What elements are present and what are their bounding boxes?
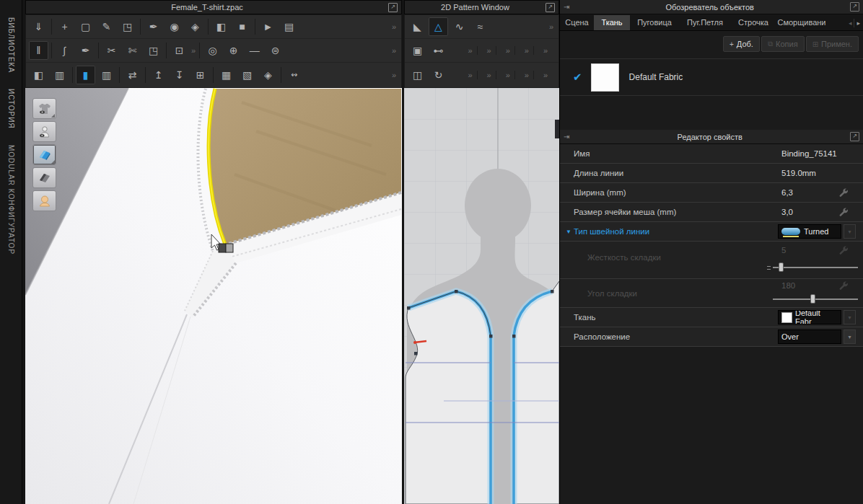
fasten-button-tool-icon[interactable]: ⊜ <box>266 41 285 60</box>
simulate-button[interactable]: ⇓ <box>29 17 48 36</box>
edit-curve-point-tool-icon[interactable]: ≈ <box>470 17 490 36</box>
wrench-icon[interactable] <box>838 187 849 200</box>
edit-curvature-tool-icon[interactable]: ∿ <box>450 17 469 36</box>
fabric-roll-cursor-icon[interactable]: ◧ <box>29 66 48 84</box>
export-tag-up-icon[interactable]: ↥ <box>149 66 168 84</box>
viewport-3d[interactable] <box>25 88 402 504</box>
segment-sewing-tool-icon[interactable]: ⊷ <box>429 41 448 60</box>
fold-arrangement-icon[interactable]: ◧ <box>211 17 231 36</box>
mesh-size-value[interactable]: 3,0 <box>781 208 793 216</box>
topstitch-cursor-icon[interactable]: ▦ <box>216 66 236 84</box>
width-value[interactable]: 6,3 <box>781 188 793 197</box>
pin-tool-icon[interactable]: ✒ <box>144 17 163 36</box>
placement-dropdown[interactable]: Over <box>778 330 841 344</box>
edit-sewing-tool-icon[interactable]: ∫ <box>55 41 74 60</box>
sewing-pen-tool-icon[interactable]: ✒ <box>76 41 95 60</box>
import-tag-down-icon[interactable]: ↧ <box>170 66 189 84</box>
tab-button[interactable]: Пуговица <box>630 15 679 30</box>
popout-icon[interactable]: ↗ <box>850 132 859 141</box>
toolbar-overflow-chevron[interactable]: » <box>487 46 496 55</box>
fold-garment-tool-icon[interactable]: ◳ <box>144 41 163 60</box>
binding-tool-icon[interactable]: ▮ <box>76 66 95 84</box>
dock-pin-icon[interactable]: ⇥ <box>564 3 569 11</box>
popout-icon[interactable]: ↗ <box>388 3 398 12</box>
wrench-icon[interactable] <box>838 207 849 220</box>
transform-pattern-tool-icon[interactable]: ◣ <box>408 17 427 36</box>
flip-pattern-tool-icon[interactable]: ◳ <box>118 17 137 36</box>
pleats-knife-tool-icon[interactable]: ✄ <box>123 41 142 60</box>
pin-garment-tool-icon[interactable]: ◈ <box>185 17 205 36</box>
dock-pin-icon[interactable]: ⇥ <box>564 133 569 141</box>
select-move-tool-icon[interactable]: + <box>55 17 74 36</box>
tab-scroll-left-icon[interactable]: ◂ <box>849 19 852 27</box>
toolbar-overflow-chevron[interactable]: » <box>543 46 552 55</box>
edit-pattern-points-tool-icon[interactable]: △ <box>429 17 448 36</box>
toolbar-overflow-chevron[interactable]: » <box>487 71 496 79</box>
sewing-line-type-label[interactable]: Тип швейной линии <box>574 227 649 236</box>
toolbar-overflow-chevron[interactable]: » <box>506 46 515 55</box>
toolbar-overflow-chevron[interactable]: » <box>543 71 552 79</box>
chevron-down-icon[interactable]: ▼ <box>566 229 571 235</box>
edit-pattern-tool-icon[interactable]: ✎ <box>97 17 116 36</box>
popout-icon[interactable]: ↗ <box>850 2 859 12</box>
select-box-tool-icon[interactable]: ▢ <box>76 17 95 36</box>
sidebar-item-library[interactable]: БИБЛИОТЕКА <box>7 17 15 73</box>
tab-scroll-right-icon[interactable]: ▸ <box>857 19 860 27</box>
mesh-surface-toggle[interactable] <box>32 167 56 188</box>
tape-cursor-tool-icon[interactable]: ► <box>258 17 278 36</box>
reset-pattern-tool-icon[interactable]: ↻ <box>429 66 448 84</box>
fabric-list-item[interactable]: ✔ Default Fabric <box>560 58 863 96</box>
wrap-garment-icon[interactable]: ◈ <box>258 66 278 84</box>
buttonhole-tool-icon[interactable]: — <box>245 41 264 60</box>
thick-textured-surface-toggle[interactable] <box>32 144 56 165</box>
toolbar-overflow-chevron[interactable]: » <box>549 22 553 31</box>
fabric-roll-icon[interactable]: ▥ <box>50 66 69 84</box>
toolbar-overflow-chevron[interactable]: » <box>392 71 396 79</box>
toolbar-overflow-chevron[interactable]: » <box>468 46 477 55</box>
fabric-dropdown[interactable]: Default Fabr <box>778 310 841 324</box>
sidebar-item-history[interactable]: ИСТОРИЯ <box>7 89 15 129</box>
sewing-machine-tool-icon[interactable]: ▣ <box>408 41 427 60</box>
binding-plain-tool-icon[interactable]: ▥ <box>97 66 116 84</box>
sidebar-item-modular-configurator[interactable]: MODULAR КОНФИГУРАТОР <box>7 145 15 255</box>
pin-3d-tool-icon[interactable]: ◉ <box>165 17 184 36</box>
sewing-line-type-dropdown[interactable]: Turned <box>778 224 841 239</box>
dropdown-arrow-icon[interactable]: ▾ <box>844 330 856 344</box>
avatar-tape-tool-icon[interactable]: ▤ <box>279 17 299 36</box>
toolbar-overflow-chevron[interactable]: » <box>468 71 477 79</box>
topstitch-icon[interactable]: ▧ <box>237 66 257 84</box>
add-fabric-button[interactable]: + Доб. <box>723 36 760 52</box>
titlebar-3d-window[interactable]: Female_T-shirt.zpac ↗ <box>25 0 402 14</box>
toolbar-overflow-chevron[interactable]: » <box>392 46 396 55</box>
popout-icon[interactable]: ↗ <box>546 3 555 12</box>
viewport-2d-pattern[interactable] <box>404 88 559 504</box>
toolbar-overflow-chevron[interactable]: » <box>506 71 515 79</box>
show-skin-toggle[interactable] <box>32 190 56 211</box>
titlebar-2d-window[interactable]: 2D Pattern Window ↗ <box>404 0 559 14</box>
pause-simulation-button[interactable]: ‖ <box>29 41 48 60</box>
button-tool-icon[interactable]: ⊕ <box>224 41 243 60</box>
button-cursor-tool-icon[interactable]: ◎ <box>203 41 222 60</box>
name-value[interactable]: Binding_75141 <box>781 149 837 158</box>
tab-fabric[interactable]: Ткань <box>594 15 630 30</box>
toolbar-overflow-chevron[interactable]: » <box>525 46 534 55</box>
show-avatar-toggle[interactable] <box>32 121 56 142</box>
pleats-cursor-tool-icon[interactable]: ✂ <box>102 41 121 60</box>
tab-scene[interactable]: Сцена <box>560 15 594 30</box>
pattern-outline-tool-icon[interactable]: ◫ <box>408 66 427 84</box>
tab-topstitch[interactable]: Строчка <box>731 15 776 30</box>
toolbar-overflow-chevron[interactable]: » <box>191 46 196 55</box>
toolbar-overflow-chevron[interactable]: » <box>525 71 534 79</box>
fabric-swatch[interactable] <box>591 63 619 92</box>
tab-puckering[interactable]: Сморщивани <box>776 15 828 30</box>
zipper-tool-icon[interactable]: ⊡ <box>170 41 189 60</box>
tack-tool-icon[interactable]: ⇄ <box>123 66 142 84</box>
tab-buttonhole[interactable]: Пуг.Петля <box>679 15 731 30</box>
measure-tool-icon[interactable]: ↭ <box>284 66 304 84</box>
toolbar-overflow-chevron[interactable]: » <box>392 22 396 31</box>
toolbar-3d: ⇓ + ▢ ✎ ◳ ✒ ◉ ◈ ◧ ■ ► ▤ » ‖ ∫ ✒ ✂ ✄ ◳ <box>25 14 402 88</box>
add-garment-icon[interactable]: ⊞ <box>190 66 210 84</box>
show-garment-toggle[interactable] <box>32 98 56 119</box>
hide-garment-icon[interactable]: ■ <box>232 17 252 36</box>
pattern-piece-left[interactable] <box>406 291 491 504</box>
